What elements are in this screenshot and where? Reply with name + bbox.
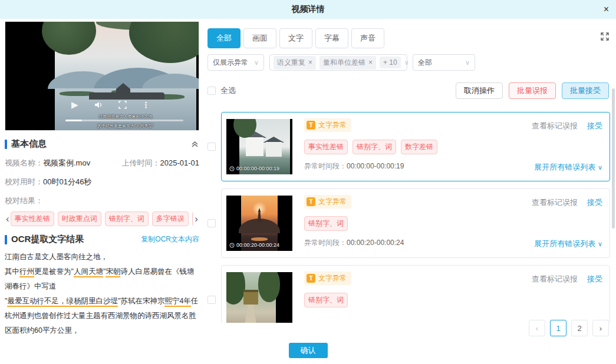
view-misreport-link[interactable]: 查看标记误报	[532, 274, 578, 284]
list-item: 00:00:20-00:00:24 T 文字异常 查看标记误报 接受 错别字、词…	[207, 188, 610, 258]
tab-all[interactable]: 全部	[207, 28, 241, 48]
thumbnail-timestamp: 00:00:00-00:00:19	[229, 166, 279, 171]
scrollbar-thumb[interactable]	[612, 88, 615, 229]
fullscreen-icon[interactable]	[118, 101, 127, 109]
card-actions: 查看标记误报 接受	[532, 274, 602, 284]
thumb-tree	[226, 272, 245, 305]
video-subtitle-line2: 其中杭州更是被誉为"人间天堂"	[55, 123, 196, 129]
error-type-multiselect[interactable]: 语义重复 × 量和单位差错 × + 10 ∨	[269, 54, 407, 71]
video-name-row: 视频名称：视频案例.mov 上传时间：2025-01-01	[5, 158, 199, 168]
ocr-title: OCR提取文字结果	[11, 234, 141, 245]
card-tags: 错别字、词	[304, 216, 605, 231]
view-misreport-link[interactable]: 查看标记误报	[532, 121, 578, 131]
card-checkbox[interactable]	[207, 296, 216, 304]
error-tag: 事实性差错	[304, 140, 348, 154]
accept-link[interactable]: 接受	[587, 274, 602, 284]
play-icon[interactable]: ▶	[71, 100, 78, 110]
carousel-right-icon[interactable]: ›	[193, 213, 199, 226]
duration-row: 校对用时：00时01分46秒	[5, 177, 199, 187]
section-bar	[5, 235, 7, 244]
close-icon[interactable]: ×	[604, 0, 609, 19]
card-actions: 查看标记误报 接受	[532, 197, 602, 208]
anomaly-time-row: 异常时间段：00:00:00-00:00:19	[304, 161, 404, 171]
card-thumbnail[interactable]: 00:00:20-00:00:24	[226, 196, 292, 251]
video-tree-left	[42, 21, 96, 55]
card-thumbnail[interactable]: 00:00:00-00:00:19	[226, 119, 292, 174]
prev-page-button[interactable]: ‹	[529, 320, 545, 336]
filter-tag: 量和单位差错 ×	[319, 56, 376, 70]
tab-bar: 全部 画面 文字 字幕 声音	[207, 28, 384, 48]
volume-icon[interactable]	[94, 100, 103, 110]
tab-text[interactable]: 文字	[279, 28, 312, 48]
collapse-icon[interactable]	[190, 140, 199, 148]
result-row: 校对结果：	[5, 196, 199, 206]
proofread-duration: 校对用时：00时01分46秒	[5, 177, 91, 187]
tab-picture[interactable]: 画面	[243, 28, 276, 48]
anomaly-card-list: 00:00:00-00:00:19 T 文字异常 查看标记误报 接受 事实性差错…	[207, 107, 610, 323]
clock-icon	[229, 243, 235, 248]
next-page-button[interactable]: ›	[592, 320, 609, 336]
video-player[interactable]: ▶ ⋮ 江南自古是文人墨客向往之地 其中杭州更是被誉为"人间天堂"	[5, 21, 199, 131]
left-panel: ▶ ⋮ 江南自古是文人墨客向往之地 其中杭州更是被誉为"人间天堂" 基本信息 视…	[5, 21, 199, 338]
batch-accept-button[interactable]: 批量接受	[562, 82, 609, 99]
anomaly-time-row: 异常时间段：00:00:20-00:00:24	[304, 238, 404, 248]
accept-link[interactable]: 接受	[587, 121, 602, 131]
page-2-button[interactable]: 2	[571, 320, 588, 336]
more-options-icon[interactable]: ⋮	[142, 100, 150, 110]
accept-link[interactable]: 接受	[587, 197, 602, 208]
thumbnail-image	[226, 272, 276, 323]
copy-ocr-link[interactable]: 复制OCR文本内容	[141, 234, 199, 244]
anomaly-card[interactable]: 00:00:20-00:00:24 T 文字异常 查看标记误报 接受 错别字、词…	[221, 188, 610, 258]
chevron-down-icon: ∨	[404, 59, 409, 67]
text-anomaly-badge: T 文字异常	[304, 272, 351, 285]
pagination: ‹ 1 2 ›	[529, 320, 609, 336]
filter-more-count[interactable]: + 10	[380, 57, 401, 68]
list-item: T 文字异常 查看标记误报 接受 错别字、词	[207, 265, 610, 323]
chevron-down-icon: ∨	[465, 59, 470, 67]
scope-select[interactable]: 全部 ∨	[413, 54, 475, 71]
remove-tag-icon[interactable]: ×	[368, 59, 373, 65]
list-toolbar: 全选 取消操作 批量误报 批量接受	[207, 82, 609, 99]
card-content: T 文字异常 查看标记误报 接受 事实性差错 错别字、词 数字差错 异常时间段：…	[304, 117, 605, 176]
section-bar	[5, 140, 7, 149]
carousel-left-icon[interactable]: ‹	[5, 213, 11, 226]
error-tag: 错别字、词	[353, 140, 396, 154]
text-anomaly-badge: T 文字异常	[304, 118, 351, 132]
thumb-reflection	[251, 237, 268, 241]
thumb-path	[244, 305, 257, 323]
remove-tag-icon[interactable]: ×	[308, 59, 312, 65]
video-name: 视频名称：视频案例.mov	[5, 158, 90, 168]
video-tree-right	[129, 21, 199, 63]
result-label: 校对结果：	[5, 196, 43, 206]
ocr-text: 江南自古是文人墨客向往之地，其中行州更是被誉为"人间天塘"宋朝诗人白居易曾在《钱…	[5, 250, 199, 338]
card-checkbox[interactable]	[207, 143, 216, 151]
anomaly-card[interactable]: T 文字异常 查看标记误报 接受 错别字、词	[221, 265, 610, 323]
select-all-checkbox[interactable]	[207, 87, 216, 95]
show-abnormal-select[interactable]: 仅展示异常 ∨	[207, 54, 264, 71]
tab-audio[interactable]: 声音	[351, 28, 384, 48]
text-badge-icon: T	[307, 197, 315, 206]
dialog-title: 视频详情	[292, 4, 325, 15]
filter-bar: 仅展示异常 ∨ 语义重复 × 量和单位差错 × + 10 ∨ 全部 ∨	[207, 54, 475, 71]
view-misreport-link[interactable]: 查看标记误报	[532, 197, 578, 208]
progress-bar[interactable]	[65, 120, 183, 121]
basic-info-header: 基本信息	[5, 138, 199, 150]
video-frame: ▶ ⋮ 江南自古是文人墨客向往之地 其中杭州更是被誉为"人间天堂"	[55, 22, 196, 130]
page-1-button[interactable]: 1	[550, 320, 566, 336]
expand-errors-link[interactable]: 展开所有错误列表 ∨	[534, 162, 602, 173]
select-all-label: 全选	[220, 85, 236, 96]
tab-subtitle[interactable]: 字幕	[315, 28, 348, 48]
result-tag: 错别字、词	[105, 211, 149, 226]
anomaly-card[interactable]: 00:00:00-00:00:19 T 文字异常 查看标记误报 接受 事实性差错…	[221, 112, 610, 181]
cancel-operation-button[interactable]: 取消操作	[456, 82, 503, 99]
expand-errors-link[interactable]: 展开所有错误列表 ∨	[534, 239, 602, 249]
card-thumbnail[interactable]	[226, 272, 292, 323]
batch-misreport-button[interactable]: 批量误报	[509, 82, 556, 99]
card-checkbox[interactable]	[207, 219, 216, 227]
thumbnail-timestamp: 00:00:20-00:00:24	[229, 242, 279, 248]
thumb-wall	[266, 142, 282, 156]
confirm-button[interactable]: 确认	[289, 343, 328, 358]
expand-panel-icon[interactable]	[599, 31, 610, 42]
result-tag: 事实性差错	[11, 211, 54, 226]
thumb-tree	[258, 272, 280, 302]
